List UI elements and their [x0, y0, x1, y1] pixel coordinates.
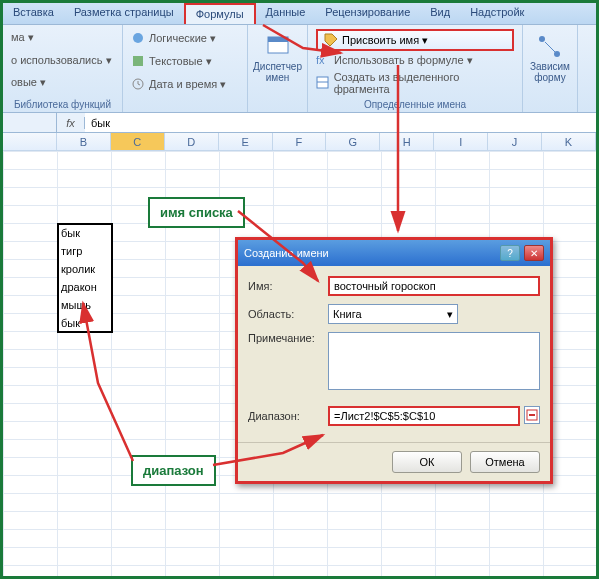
cell-c5[interactable]: бык [58, 224, 112, 242]
svg-rect-4 [268, 37, 288, 42]
tab-layout[interactable]: Разметка страницы [64, 3, 184, 24]
tab-view[interactable]: Вид [420, 3, 460, 24]
svg-point-8 [539, 36, 545, 42]
create-name-dialog: Создание имени ? ✕ Имя: Область: Книга ▾… [235, 237, 553, 484]
dependents-button[interactable]: Зависим форму [524, 29, 576, 87]
dialog-titlebar[interactable]: Создание имени ? ✕ [238, 240, 550, 266]
name-input[interactable] [328, 276, 540, 296]
use-in-formula-button[interactable]: fxИспользовать в формуле ▾ [316, 51, 514, 69]
ribbon-text[interactable]: Текстовые ▾ [131, 52, 239, 70]
label-comment: Примечание: [248, 332, 328, 344]
column-headers: B C D E F G H I J K [3, 133, 596, 151]
tab-formulas[interactable]: Формулы [184, 3, 256, 24]
callout-range: диапазон [131, 455, 216, 486]
text-icon [131, 54, 145, 68]
fx-icon: fx [316, 53, 330, 67]
scope-select[interactable]: Книга ▾ [328, 304, 458, 324]
tab-insert[interactable]: Вставка [3, 3, 64, 24]
fx-button[interactable]: fx [57, 117, 85, 129]
svg-rect-1 [133, 56, 143, 66]
callout-list-name: имя списка [148, 197, 245, 228]
group-label-lib: Библиотека функций [11, 97, 114, 110]
cancel-button[interactable]: Отмена [470, 451, 540, 473]
formula-input[interactable]: бык [85, 113, 596, 132]
ref-picker-button[interactable] [524, 406, 540, 424]
col-head-i[interactable]: I [434, 133, 488, 150]
label-name: Имя: [248, 280, 328, 292]
range-input[interactable] [328, 406, 520, 426]
group-label-defnames: Определенные имена [316, 97, 514, 110]
label-scope: Область: [248, 308, 328, 320]
svg-rect-11 [529, 414, 535, 416]
col-head-h[interactable]: H [380, 133, 434, 150]
col-head-e[interactable]: E [219, 133, 273, 150]
name-manager-icon [264, 33, 292, 61]
svg-point-9 [554, 51, 560, 57]
tag-icon [324, 33, 338, 47]
comment-textarea[interactable] [328, 332, 540, 390]
ribbon-truncated[interactable]: ма ▾ [11, 29, 114, 46]
cell-c9[interactable]: мышь [58, 296, 112, 314]
cell-c7[interactable]: кролик [58, 260, 112, 278]
ribbon-logical[interactable]: Логические ▾ [131, 29, 239, 47]
close-button[interactable]: ✕ [524, 245, 544, 261]
cell-c8[interactable]: дракон [58, 278, 112, 296]
chevron-down-icon: ▾ [447, 308, 453, 321]
logic-icon [131, 31, 145, 45]
col-head-g[interactable]: G [326, 133, 380, 150]
trace-icon [536, 33, 564, 61]
col-head-d[interactable]: D [165, 133, 219, 150]
cell-c6[interactable]: тигр [58, 242, 112, 260]
grid-icon [316, 76, 330, 90]
svg-point-0 [133, 33, 143, 43]
col-head[interactable] [3, 133, 57, 150]
clock-icon [131, 77, 145, 91]
col-head-b[interactable]: B [57, 133, 111, 150]
tab-addins[interactable]: Надстройк [460, 3, 534, 24]
name-box[interactable] [3, 113, 57, 132]
label-range: Диапазон: [248, 410, 328, 422]
create-from-selection-button[interactable]: Создать из выделенного фрагмента [316, 69, 514, 97]
assign-name-button[interactable]: Присвоить имя ▾ [316, 29, 514, 51]
col-head-c[interactable]: C [111, 133, 165, 150]
col-head-j[interactable]: J [488, 133, 542, 150]
help-button[interactable]: ? [500, 245, 520, 261]
ribbon-tabs: Вставка Разметка страницы Формулы Данные… [3, 3, 596, 25]
ribbon-datetime[interactable]: Дата и время ▾ [131, 75, 239, 93]
ribbon: ма ▾ о использовались ▾ овые ▾ Библиотек… [3, 25, 596, 113]
col-head-f[interactable]: F [273, 133, 327, 150]
cell-c10[interactable]: бык [58, 314, 112, 332]
ribbon-recent[interactable]: о использовались ▾ [11, 52, 114, 69]
name-manager-button[interactable]: Диспетчер имен [247, 29, 308, 87]
dialog-title-text: Создание имени [244, 247, 329, 259]
ok-button[interactable]: ОК [392, 451, 462, 473]
formula-bar: fx бык [3, 113, 596, 133]
svg-text:fx: fx [316, 54, 325, 66]
col-head-k[interactable]: K [542, 133, 596, 150]
tab-data[interactable]: Данные [256, 3, 316, 24]
collapse-icon [526, 409, 538, 421]
tab-review[interactable]: Рецензирование [315, 3, 420, 24]
ribbon-more[interactable]: овые ▾ [11, 74, 114, 91]
